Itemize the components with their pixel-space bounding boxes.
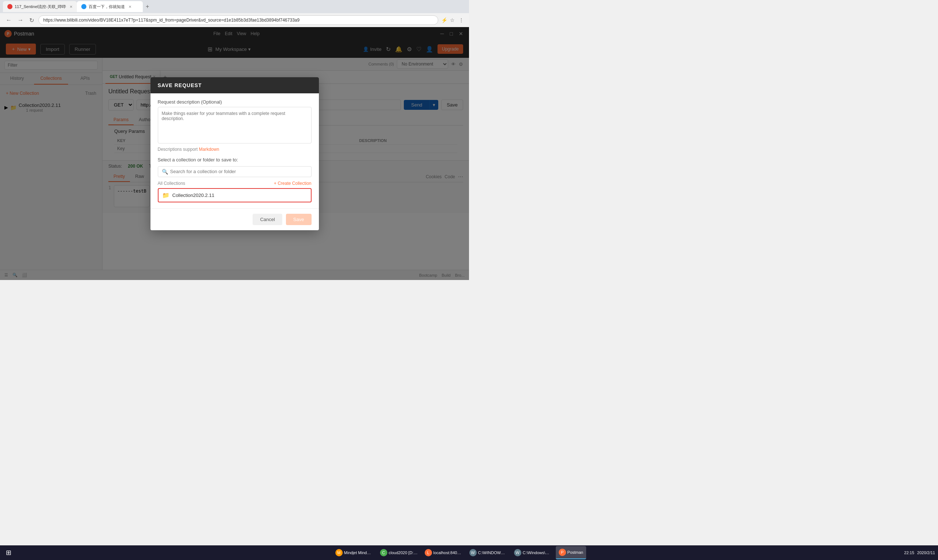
collection-search-input[interactable]	[170, 169, 308, 174]
modal-footer: Cancel Save	[151, 208, 319, 230]
select-collection-label: Select a collection or folder to save to…	[158, 157, 311, 163]
save-request-modal: SAVE REQUEST Request description (Option…	[151, 77, 319, 230]
markdown-text: Descriptions support	[158, 147, 198, 152]
tab-bar: 117_Sentinel流控-关联_哔哔 ✕ 百度一下，你就知道 ✕ +	[0, 0, 469, 13]
back-button[interactable]: ←	[5, 16, 13, 24]
search-collections: 🔍	[158, 166, 311, 177]
description-textarea[interactable]	[158, 107, 311, 143]
collections-list: 📁 Collection2020.2.11	[158, 188, 311, 202]
markdown-link[interactable]: Markdown	[199, 147, 219, 152]
new-tab-button[interactable]: +	[143, 3, 152, 10]
tab-title-2: 百度一下，你就知道	[89, 4, 125, 9]
description-label: Request description (Optional)	[158, 99, 311, 105]
tab-favicon-2	[81, 4, 86, 9]
modal-title: SAVE REQUEST	[158, 82, 202, 88]
postman-app: P Postman File Edit View Help ─ □ ✕ ＋ Ne…	[0, 27, 469, 280]
markdown-note: Descriptions support Markdown	[158, 147, 311, 152]
forward-button[interactable]: →	[16, 16, 25, 24]
collections-list-header: All Collections + Create Collection	[158, 181, 311, 186]
modal-header: SAVE REQUEST	[151, 77, 319, 93]
menu-icon[interactable]: ⋮	[459, 17, 465, 23]
save-modal-button[interactable]: Save	[286, 214, 311, 225]
modal-overlay: SAVE REQUEST Request description (Option…	[0, 27, 469, 280]
tab-favicon-1	[7, 4, 12, 9]
tab-close-1[interactable]: ✕	[69, 5, 72, 9]
collection-option-name: Collection2020.2.11	[173, 192, 214, 198]
tab-2[interactable]: 百度一下，你就知道 ✕	[77, 1, 143, 12]
modal-body: Request description (Optional) Descripti…	[151, 93, 319, 208]
folder-icon: 📁	[162, 192, 169, 199]
bookmark-icon[interactable]: ☆	[450, 17, 456, 23]
create-collection-button[interactable]: + Create Collection	[274, 181, 311, 186]
tab-close-2[interactable]: ✕	[128, 5, 131, 9]
nav-bar: ← → ↻ ⚡ ☆ ⋮	[0, 13, 469, 27]
browser-chrome: 117_Sentinel流控-关联_哔哔 ✕ 百度一下，你就知道 ✕ + ← →…	[0, 0, 469, 27]
refresh-button[interactable]: ↻	[28, 16, 35, 25]
tab-1[interactable]: 117_Sentinel流控-关联_哔哔 ✕	[3, 1, 77, 12]
extensions-icon[interactable]: ⚡	[441, 17, 447, 23]
nav-icons: ⚡ ☆ ⋮	[441, 17, 465, 23]
collection-option-selected[interactable]: 📁 Collection2020.2.11	[158, 188, 311, 202]
address-bar[interactable]	[39, 15, 438, 25]
cancel-button[interactable]: Cancel	[253, 214, 282, 225]
tab-title-1: 117_Sentinel流控-关联_哔哔	[15, 4, 66, 9]
all-collections-label: All Collections	[158, 181, 185, 186]
search-icon: 🔍	[162, 169, 168, 175]
